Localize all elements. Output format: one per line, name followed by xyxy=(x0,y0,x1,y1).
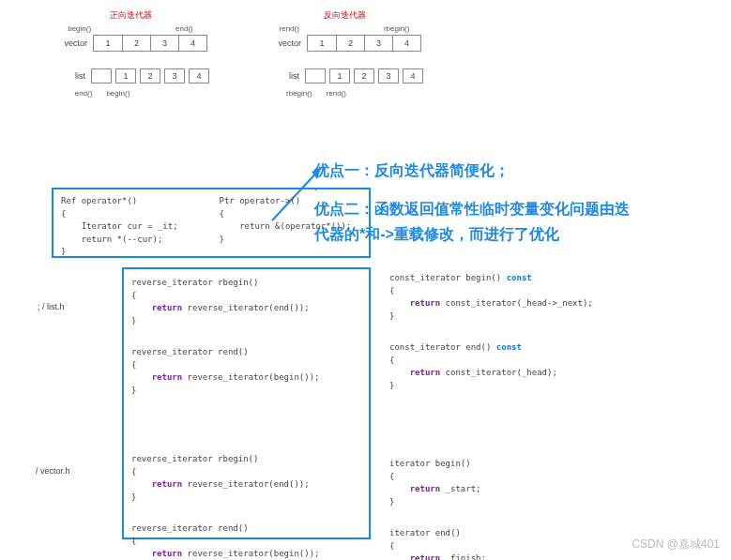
advantage-1: 优点一：反向迭代器简便化； xyxy=(314,158,718,183)
rbegin-vector: reverse_iterator rbegin() { return rever… xyxy=(131,453,361,504)
rbegin-label: rbegin() xyxy=(384,24,410,33)
rend-vector: reverse_iterator rend() { return reverse… xyxy=(131,522,361,560)
dot: · xyxy=(314,183,718,196)
vectorh-label: / vector.h xyxy=(36,466,70,476)
lcell: 2 xyxy=(354,68,374,83)
begin-label: begin() xyxy=(68,24,91,33)
sub-rbegin: rbegin() xyxy=(286,89,312,98)
list-sub-labels: end() begin() xyxy=(75,89,130,98)
operator-arrow-code: Ptr operator->() { return &(operator*())… xyxy=(211,189,370,256)
vector-cells: 1 2 3 4 xyxy=(307,35,421,52)
operator-code-box: Ref operator*() { Iterator cur = _it; re… xyxy=(52,188,371,258)
lcell: 1 xyxy=(329,68,350,83)
advantage-2-l1: 优点二：函数返回值常性临时变量变化问题由迭 xyxy=(314,196,718,221)
advantage-2-l2: 代器的*和->重载修改，而进行了优化 xyxy=(314,221,718,247)
lcell xyxy=(91,68,112,83)
cell: 3 xyxy=(364,36,392,51)
iterator-diagram: 正向迭代器 begin() end() vector 1 2 3 4 list … xyxy=(52,9,423,98)
forward-title: 正向迭代器 xyxy=(110,9,152,22)
iter-begin: iterator begin() { return _start; } xyxy=(389,458,593,508)
list-sub-labels: rbegin() rend() xyxy=(286,89,346,98)
forward-labels: begin() end() xyxy=(68,24,193,33)
list-row: list 1 2 3 4 xyxy=(266,68,423,83)
iter-end: iterator end() { return _finish; } xyxy=(389,527,593,560)
vector-label: vector xyxy=(53,38,87,48)
vector-label: vector xyxy=(267,38,301,48)
vector-row: vector 1 2 3 4 xyxy=(53,35,207,52)
list-cells: 1 2 3 4 xyxy=(305,68,423,83)
reverse-iterator-code-box: reverse_iterator rbegin() { return rever… xyxy=(122,267,371,539)
operator-star-code: Ref operator*() { Iterator cur = _it; re… xyxy=(53,189,211,256)
reverse-iterator-block: 反向迭代器 rend() rbegin() vector 1 2 3 4 lis… xyxy=(266,9,423,98)
lcell: 4 xyxy=(189,68,209,83)
cell: 2 xyxy=(122,36,150,51)
cell: 2 xyxy=(336,36,364,51)
rend-list: reverse_iterator rend() { return reverse… xyxy=(131,346,361,397)
vector-row: vector 1 2 3 4 xyxy=(267,35,421,52)
rend-label: rend() xyxy=(280,24,299,33)
lcell: 3 xyxy=(164,68,185,83)
list-cells: 1 2 3 4 xyxy=(91,68,209,83)
reverse-labels: rend() rbegin() xyxy=(280,24,410,33)
lcell: 3 xyxy=(378,68,399,83)
watermark: CSDN @嘉城401 xyxy=(632,537,720,552)
cell: 4 xyxy=(178,36,206,51)
forward-iterator-block: 正向迭代器 begin() end() vector 1 2 3 4 list … xyxy=(52,9,209,98)
annotation-text: 优点一：反向迭代器简便化； · 优点二：函数返回值常性临时变量变化问题由迭 代器… xyxy=(314,158,718,248)
lcell xyxy=(305,68,326,83)
list-label: list xyxy=(266,71,299,81)
lcell: 1 xyxy=(115,68,136,83)
right-code-column: const_iterator begin() const { return co… xyxy=(389,272,593,560)
cell: 4 xyxy=(392,36,420,51)
listh-label: ; / list.h xyxy=(38,302,65,311)
sub-rend: rend() xyxy=(327,89,346,98)
lcell: 4 xyxy=(403,68,423,83)
sub-end: end() xyxy=(75,89,93,98)
const-end: const_iterator end() const { return cons… xyxy=(389,341,593,392)
vector-cells: 1 2 3 4 xyxy=(93,35,207,52)
list-row: list 1 2 3 4 xyxy=(52,68,209,83)
end-label: end() xyxy=(175,24,193,33)
cell: 1 xyxy=(308,36,336,51)
rbegin-list: reverse_iterator rbegin() { return rever… xyxy=(131,277,361,327)
cell: 3 xyxy=(150,36,178,51)
list-label: list xyxy=(52,71,85,81)
lcell: 2 xyxy=(140,68,160,83)
reverse-title: 反向迭代器 xyxy=(324,9,366,22)
const-begin: const_iterator begin() const { return co… xyxy=(389,272,593,323)
sub-begin: begin() xyxy=(106,89,129,98)
cell: 1 xyxy=(94,36,122,51)
